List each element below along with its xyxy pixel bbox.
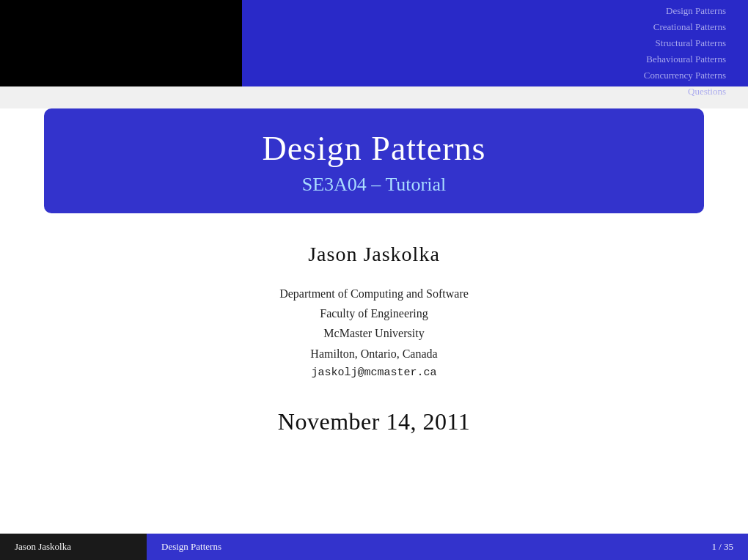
bottom-pages: 1 / 35: [689, 534, 748, 560]
nav-item-structural[interactable]: Structural Patterns: [656, 35, 726, 51]
slide-title: Design Patterns: [73, 129, 675, 168]
author-name: Jason Jaskolka: [0, 243, 748, 266]
affiliation-line1: Department of Computing and Software: [0, 284, 748, 303]
nav-item-design-patterns[interactable]: Design Patterns: [666, 3, 726, 19]
slide-main: Design Patterns SE3A04 – Tutorial Jason …: [0, 108, 748, 556]
affiliation: Department of Computing and Software Fac…: [0, 284, 748, 382]
nav-item-behavioural[interactable]: Behavioural Patterns: [646, 51, 726, 67]
nav-item-questions[interactable]: Questions: [688, 84, 726, 100]
author-email: jaskolj@mcmaster.ca: [0, 364, 748, 383]
affiliation-line3: McMaster University: [0, 323, 748, 343]
nav-item-concurrency[interactable]: Concurrency Patterns: [644, 67, 726, 84]
affiliation-line4: Hamilton, Ontario, Canada: [0, 344, 748, 364]
affiliation-line2: Faculty of Engineering: [0, 303, 748, 323]
slide-subtitle: SE3A04 – Tutorial: [73, 174, 675, 196]
nav-item-creational[interactable]: Creational Patterns: [653, 19, 726, 35]
bottom-bar: Jason Jaskolka Design Patterns 1 / 35: [0, 534, 748, 560]
author-section: Jason Jaskolka Department of Computing a…: [0, 243, 748, 435]
presentation-date: November 14, 2011: [0, 408, 748, 435]
bottom-author: Jason Jaskolka: [0, 534, 147, 560]
nav-blue-section: Outline Design Patterns Creational Patte…: [242, 0, 748, 86]
nav-black-section: [0, 0, 242, 86]
title-box: Design Patterns SE3A04 – Tutorial: [44, 108, 704, 213]
bottom-title: Design Patterns: [147, 534, 689, 560]
top-navigation: Outline Design Patterns Creational Patte…: [0, 0, 748, 86]
